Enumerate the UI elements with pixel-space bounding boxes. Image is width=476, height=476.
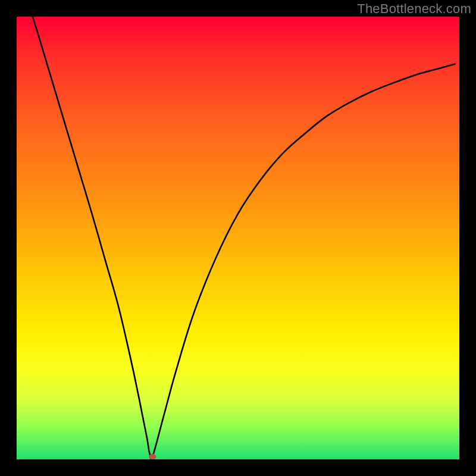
watermark-label: TheBottleneck.com xyxy=(357,1,471,17)
plot-area xyxy=(17,17,459,459)
bottleneck-curve xyxy=(33,17,455,459)
chart-container: TheBottleneck.com xyxy=(0,0,476,476)
curve-svg xyxy=(17,17,459,459)
